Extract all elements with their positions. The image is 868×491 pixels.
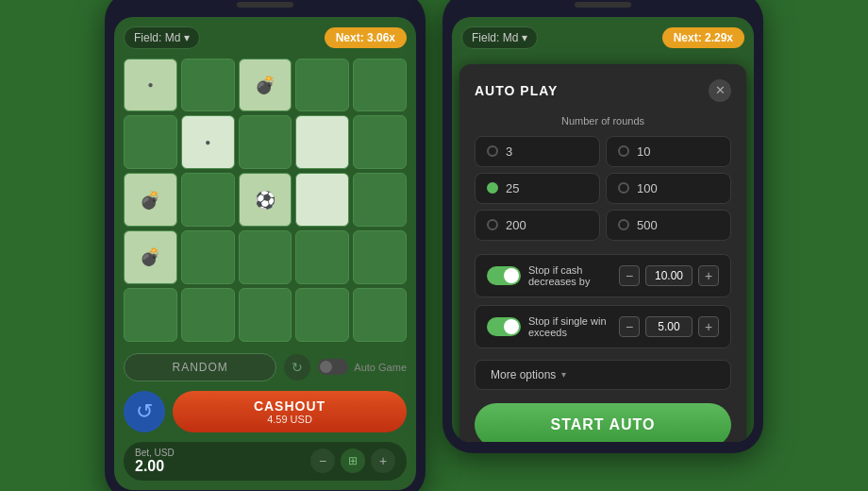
stop-win-plus[interactable]: +	[698, 316, 719, 337]
round-option-3[interactable]: 3	[475, 136, 600, 167]
stop-cash-value[interactable]: 10.00	[645, 265, 693, 286]
grid-cell[interactable]	[239, 288, 292, 342]
start-auto-button[interactable]: START AUTO	[475, 403, 731, 442]
grid-cell[interactable]	[295, 230, 349, 284]
left-header: Field: Md ▾ Next: 3.06x	[124, 26, 407, 49]
grid-cell[interactable]	[181, 59, 235, 112]
round-radio-100	[618, 182, 629, 194]
left-phone: Field: Md ▾ Next: 3.06x ● 💣 ●	[105, 0, 426, 491]
grid-cell[interactable]	[295, 288, 349, 342]
bomb-icon: 💣	[140, 246, 160, 267]
round-option-200[interactable]: 200	[475, 210, 600, 241]
stop-cash-toggle[interactable]	[487, 266, 521, 285]
more-options-label: More options	[491, 368, 556, 381]
round-value-25: 25	[506, 181, 519, 195]
minus-icon: −	[319, 453, 326, 468]
random-row: RANDOM ↻ Auto Game	[124, 353, 407, 381]
auto-game-toggle[interactable]	[318, 359, 348, 375]
left-next-badge: Next: 3.06x	[325, 27, 407, 48]
plus-icon: +	[705, 319, 712, 334]
round-option-500[interactable]: 500	[606, 210, 731, 241]
stop-cash-minus[interactable]: −	[619, 265, 640, 286]
grid-cell[interactable]	[124, 288, 177, 342]
grid-cell[interactable]	[124, 115, 177, 169]
game-grid: ● 💣 ● 💣 ⚽ 💣	[124, 59, 407, 342]
auto-game-label: Auto Game	[354, 362, 407, 373]
round-value-500: 500	[637, 218, 658, 232]
round-value-10: 10	[637, 144, 650, 159]
grid-cell[interactable]	[181, 288, 235, 342]
round-option-25[interactable]: 25	[475, 173, 600, 204]
refresh-icon[interactable]: ↻	[284, 354, 310, 381]
cashout-row: ↺ CASHOUT 4.59 USD	[124, 391, 407, 432]
toggle-knob	[320, 361, 332, 373]
grid-cell[interactable]	[353, 230, 407, 284]
grid-cell[interactable]: ●	[124, 59, 177, 112]
random-button[interactable]: RANDOM	[124, 353, 276, 381]
bet-row: Bet, USD 2.00 − ⊞ +	[124, 442, 407, 481]
right-field-selector[interactable]: Field: Md ▾	[461, 26, 538, 49]
grid-cell[interactable]: 💣	[239, 59, 292, 112]
phone-notch-right	[575, 2, 631, 8]
close-icon: ✕	[715, 83, 726, 97]
spin-icon: ↺	[136, 399, 153, 424]
stack-icon[interactable]: ⊞	[341, 449, 365, 473]
left-field-selector[interactable]: Field: Md ▾	[124, 26, 200, 49]
stop-cash-label: Stop if cash decreases by	[528, 264, 611, 287]
round-value-3: 3	[506, 144, 512, 159]
round-option-10[interactable]: 10	[606, 136, 731, 167]
minus-icon: −	[626, 268, 633, 283]
stop-win-controls: − 5.00 +	[619, 316, 719, 337]
stop-win-option: Stop if single win exceeds − 5.00 +	[475, 305, 731, 348]
stop-win-label: Stop if single win exceeds	[528, 315, 611, 338]
bet-value: 2.00	[135, 458, 175, 475]
chevron-down-icon: ▾	[561, 369, 566, 380]
right-phone: Field: Md ▾ Next: 2.29x AUTO PLAY ✕ Numb…	[442, 0, 763, 453]
more-options-button[interactable]: More options ▾	[475, 360, 731, 390]
right-next-badge: Next: 2.29x	[662, 27, 744, 48]
grid-cell[interactable]	[295, 59, 349, 112]
round-radio-500	[618, 219, 629, 230]
right-chevron-icon: ▾	[522, 31, 527, 44]
bet-plus-button[interactable]: +	[371, 449, 395, 473]
grid-cell[interactable]: 💣	[124, 230, 177, 284]
left-chevron-icon: ▾	[184, 31, 190, 44]
grid-cell[interactable]	[353, 115, 407, 169]
grid-cell[interactable]	[239, 230, 292, 284]
stop-win-minus[interactable]: −	[619, 316, 640, 337]
bet-label: Bet, USD	[135, 448, 175, 458]
stop-win-toggle[interactable]	[487, 317, 521, 336]
grid-cell[interactable]	[353, 173, 407, 227]
stop-win-value[interactable]: 5.00	[645, 316, 693, 337]
stop-cash-plus[interactable]: +	[698, 265, 719, 286]
cashout-button[interactable]: CASHOUT 4.59 USD	[173, 391, 407, 432]
bomb-icon: 💣	[140, 190, 160, 211]
round-option-100[interactable]: 100	[606, 173, 731, 204]
bottom-controls: RANDOM ↻ Auto Game ↺ CASHOUT	[124, 353, 407, 481]
close-button[interactable]: ✕	[709, 79, 731, 102]
left-phone-inner: Field: Md ▾ Next: 3.06x ● 💣 ●	[114, 17, 416, 490]
grid-cell[interactable]	[181, 173, 235, 227]
grid-cell[interactable]: ⚽	[239, 173, 292, 227]
phone-notch	[237, 2, 293, 8]
minus-icon: −	[626, 319, 633, 334]
bet-info: Bet, USD 2.00	[135, 448, 175, 475]
right-header: Field: Md ▾ Next: 2.29x	[461, 26, 744, 49]
grid-cell[interactable]	[295, 115, 349, 169]
round-radio-25	[487, 182, 498, 194]
grid-cell[interactable]	[295, 173, 349, 227]
bomb-icon: 💣	[255, 75, 275, 95]
spin-button[interactable]: ↺	[124, 391, 165, 432]
bet-minus-button[interactable]: −	[310, 449, 335, 473]
grid-cell[interactable]: ●	[181, 115, 235, 169]
round-value-200: 200	[506, 218, 526, 232]
cashout-sub: 4.59 USD	[184, 414, 395, 425]
grid-cell[interactable]	[353, 288, 407, 342]
grid-cell[interactable]: 💣	[124, 173, 177, 227]
grid-cell[interactable]	[239, 115, 292, 169]
stop-cash-knob	[504, 268, 519, 283]
right-phone-inner: Field: Md ▾ Next: 2.29x AUTO PLAY ✕ Numb…	[452, 17, 754, 442]
auto-play-panel: AUTO PLAY ✕ Number of rounds 3 10	[459, 64, 746, 442]
grid-cell[interactable]	[181, 230, 235, 284]
grid-cell[interactable]	[353, 59, 407, 112]
